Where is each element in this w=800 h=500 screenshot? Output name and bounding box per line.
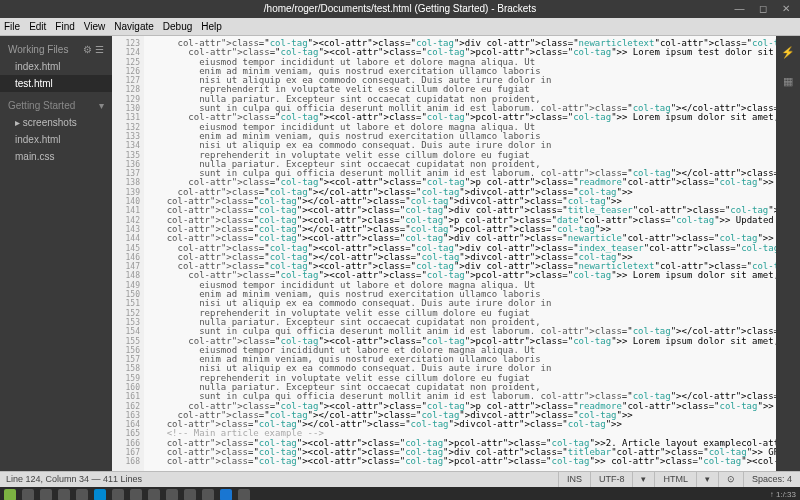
right-toolbar: ⚡ ▦ bbox=[776, 36, 800, 471]
line-gutter: 1231241251261271281291301311321331341351… bbox=[112, 36, 144, 471]
menubar: FileEditFindViewNavigateDebugHelp bbox=[0, 18, 800, 36]
menu-debug[interactable]: Debug bbox=[163, 21, 192, 32]
taskbar-app-icon[interactable] bbox=[202, 489, 214, 501]
taskbar-app-icon[interactable] bbox=[238, 489, 250, 501]
menu-file[interactable]: File bbox=[4, 21, 20, 32]
taskbar-app-icon[interactable] bbox=[184, 489, 196, 501]
menu-edit[interactable]: Edit bbox=[29, 21, 46, 32]
menu-find[interactable]: Find bbox=[55, 21, 74, 32]
taskbar: ↑ 1:/:33 bbox=[0, 487, 800, 500]
window-controls[interactable]: — ◻ ✕ bbox=[734, 0, 796, 18]
project-file[interactable]: main.css bbox=[0, 148, 112, 165]
project-file[interactable]: index.html bbox=[0, 131, 112, 148]
project-label: Getting Started bbox=[8, 100, 75, 111]
taskbar-app-icon[interactable] bbox=[76, 489, 88, 501]
working-file[interactable]: test.html bbox=[0, 75, 112, 92]
status-segment[interactable]: UTF-8 bbox=[590, 472, 633, 487]
taskbar-app-icon[interactable] bbox=[220, 489, 232, 501]
taskbar-clock[interactable]: ↑ 1:/:33 bbox=[770, 490, 796, 499]
menu-help[interactable]: Help bbox=[201, 21, 222, 32]
taskbar-app-icon[interactable] bbox=[58, 489, 70, 501]
sidebar: Working Files ⚙ ☰ index.htmltest.html Ge… bbox=[0, 36, 112, 471]
menu-view[interactable]: View bbox=[84, 21, 106, 32]
status-segment[interactable]: INS bbox=[558, 472, 590, 487]
status-cursor: Line 124, Column 34 — 411 Lines bbox=[0, 472, 142, 487]
taskbar-app-icon[interactable] bbox=[148, 489, 160, 501]
working-files-label: Working Files bbox=[8, 44, 68, 55]
project-header[interactable]: Getting Started ▾ bbox=[0, 92, 112, 114]
taskbar-app-icon[interactable] bbox=[40, 489, 52, 501]
menu-navigate[interactable]: Navigate bbox=[114, 21, 153, 32]
start-menu-icon[interactable] bbox=[4, 489, 16, 501]
status-segment[interactable]: HTML bbox=[654, 472, 696, 487]
window-title: /home/roger/Documents/test.html (Getting… bbox=[264, 3, 536, 14]
working-files-header[interactable]: Working Files ⚙ ☰ bbox=[0, 41, 112, 58]
taskbar-app-icon[interactable] bbox=[94, 489, 106, 501]
working-files-gear-icon[interactable]: ⚙ ☰ bbox=[83, 44, 104, 55]
status-segment[interactable]: ▾ bbox=[632, 472, 654, 487]
extensions-icon[interactable]: ▦ bbox=[781, 75, 795, 89]
code-editor[interactable]: 1231241251261271281291301311321331341351… bbox=[112, 36, 776, 471]
status-segment[interactable]: ▾ bbox=[696, 472, 718, 487]
live-preview-icon[interactable]: ⚡ bbox=[781, 46, 795, 60]
status-segment[interactable]: Spaces: 4 bbox=[743, 472, 800, 487]
status-segment[interactable]: ⊙ bbox=[718, 472, 743, 487]
chevron-down-icon[interactable]: ▾ bbox=[99, 100, 104, 111]
taskbar-app-icon[interactable] bbox=[130, 489, 142, 501]
working-file[interactable]: index.html bbox=[0, 58, 112, 75]
project-file[interactable]: ▸ screenshots bbox=[0, 114, 112, 131]
taskbar-app-icon[interactable] bbox=[166, 489, 178, 501]
taskbar-app-icon[interactable] bbox=[112, 489, 124, 501]
taskbar-app-icon[interactable] bbox=[22, 489, 34, 501]
window-titlebar: /home/roger/Documents/test.html (Getting… bbox=[0, 0, 800, 18]
code-content[interactable]: col-attr">class="col-tag"><col-attr">cla… bbox=[145, 39, 776, 467]
status-bar: Line 124, Column 34 — 411 Lines INSUTF-8… bbox=[0, 471, 800, 487]
